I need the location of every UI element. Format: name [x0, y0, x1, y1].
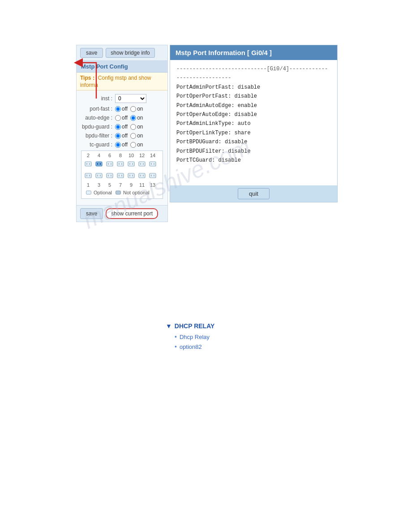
bpdu-filter-on-label[interactable]: on — [130, 133, 143, 139]
svg-rect-7 — [108, 163, 109, 165]
tc-guard-on-radio[interactable] — [130, 142, 136, 148]
tc-guard-off-radio[interactable] — [115, 142, 121, 148]
port-icon-11[interactable] — [137, 171, 147, 180]
auto-edge-off-label[interactable]: off — [115, 115, 128, 121]
port-icon-8[interactable] — [116, 159, 125, 169]
svg-rect-6 — [107, 162, 113, 166]
port-icon-10[interactable] — [126, 159, 136, 169]
bpdu-guard-on-radio[interactable] — [130, 124, 136, 130]
bpdu-filter-off-radio[interactable] — [115, 133, 121, 139]
svg-rect-9 — [117, 162, 124, 166]
port-num-7: 7 — [116, 182, 125, 188]
tc-guard-on-label[interactable]: on — [130, 142, 143, 148]
tips-bar: Tips： Config mstp and show informa — [77, 73, 167, 90]
save-bottom-button[interactable]: save — [80, 208, 103, 219]
port-fast-row: port-fast : off on — [79, 106, 165, 112]
info-title: Mstp Port Information [ Gi0/4 ] — [170, 45, 337, 60]
svg-rect-30 — [117, 173, 124, 178]
port-icon-13[interactable] — [148, 171, 158, 180]
tc-guard-off-label[interactable]: off — [115, 142, 128, 148]
bpdu-filter-off-text: off — [122, 133, 128, 139]
bpdu-guard-on-label[interactable]: on — [130, 124, 143, 130]
port-fast-on-radio[interactable] — [130, 106, 136, 112]
port-icon-9[interactable] — [126, 171, 136, 180]
bpdu-guard-off-radio[interactable] — [115, 124, 121, 130]
bpdu-filter-on-radio[interactable] — [130, 133, 136, 139]
port-numbers-top-row: 2 4 6 8 10 12 14 — [83, 153, 161, 158]
svg-rect-4 — [97, 163, 98, 165]
port-num-2: 2 — [83, 153, 93, 158]
svg-rect-24 — [96, 173, 102, 178]
inst-row: inst : 0 1 2 — [79, 94, 165, 103]
svg-rect-37 — [140, 175, 141, 176]
dhcp-relay-link[interactable]: Dhcp Relay — [180, 334, 210, 340]
dhcp-option82-link[interactable]: option82 — [180, 343, 202, 350]
quit-button[interactable]: quit — [238, 188, 270, 199]
port-icon-6[interactable] — [105, 159, 115, 169]
info-content: ----------------------------[Gi0/4]-----… — [170, 60, 337, 185]
port-icon-1[interactable] — [83, 171, 93, 180]
svg-rect-33 — [128, 173, 134, 178]
port-num-6: 6 — [105, 153, 115, 158]
form-area: inst : 0 1 2 port-fast : off — [77, 90, 167, 205]
port-fast-off-radio[interactable] — [115, 106, 121, 112]
port-icon-3[interactable] — [94, 171, 104, 180]
svg-rect-23 — [89, 175, 90, 176]
save-button[interactable]: save — [80, 48, 103, 58]
port-fast-label: port-fast : — [79, 106, 115, 112]
bpdu-filter-off-label[interactable]: off — [115, 133, 128, 139]
show-bridge-button[interactable]: show bridge info — [106, 48, 154, 58]
show-current-port-button[interactable]: show current port — [106, 208, 158, 219]
svg-rect-40 — [151, 175, 152, 176]
svg-rect-1 — [86, 163, 87, 165]
legend-optional: Optional — [85, 189, 112, 196]
auto-edge-on-label[interactable]: on — [130, 115, 143, 121]
auto-edge-off-radio[interactable] — [115, 115, 121, 121]
svg-rect-42 — [86, 191, 91, 194]
bpdu-guard-on-text: on — [137, 124, 143, 130]
info-line-9: PortTCGuard: disable — [176, 156, 331, 165]
svg-rect-25 — [97, 175, 98, 176]
port-icon-7[interactable] — [116, 171, 125, 180]
panel-title: Mstp Port Config — [77, 61, 167, 73]
svg-rect-19 — [151, 163, 152, 165]
svg-rect-17 — [143, 163, 144, 165]
svg-rect-39 — [150, 173, 156, 178]
bpdu-filter-on-text: on — [137, 133, 143, 139]
right-panel: Mstp Port Information [ Gi0/4 ] --------… — [170, 45, 338, 202]
port-icon-4[interactable] — [94, 159, 104, 169]
inst-select[interactable]: 0 1 2 — [115, 94, 146, 103]
port-icon-2[interactable] — [83, 159, 93, 169]
svg-rect-29 — [111, 175, 111, 176]
svg-rect-0 — [85, 162, 91, 166]
tips-label: Tips： — [80, 75, 96, 81]
port-num-11: 11 — [137, 182, 147, 188]
port-icon-12[interactable] — [137, 159, 147, 169]
port-icon-14[interactable] — [148, 159, 158, 169]
inst-value: 0 1 2 — [115, 94, 165, 103]
separator-line: ----------------------------[Gi0/4]-----… — [176, 64, 331, 83]
info-line-2: PortOperPortFast: disable — [176, 92, 331, 101]
bpdu-filter-label: bpdu-filter : — [79, 133, 115, 139]
svg-rect-15 — [139, 162, 145, 166]
dhcp-list: Dhcp Relay option82 — [166, 333, 214, 350]
legend: Optional Not optional — [83, 189, 161, 197]
svg-rect-26 — [100, 175, 101, 176]
port-num-13: 13 — [148, 182, 158, 188]
auto-edge-on-radio[interactable] — [130, 115, 136, 121]
info-line-7: PortBPDUGuard: disable — [176, 137, 331, 146]
not-optional-icon — [115, 189, 122, 196]
svg-rect-43 — [116, 191, 121, 194]
port-num-12: 12 — [137, 153, 147, 158]
port-icon-5[interactable] — [105, 171, 115, 180]
inst-label: inst : — [79, 95, 115, 102]
info-line-5: PortAdminLinkType: auto — [176, 119, 331, 128]
svg-rect-14 — [132, 163, 133, 165]
port-num-10: 10 — [126, 153, 136, 158]
port-fast-on-label[interactable]: on — [130, 106, 143, 112]
svg-rect-35 — [132, 175, 133, 176]
off-text: off — [122, 106, 128, 112]
port-fast-off-label[interactable]: off — [115, 106, 128, 112]
dhcp-arrow-icon: ▼ — [166, 322, 172, 330]
bpdu-guard-off-label[interactable]: off — [115, 124, 128, 130]
